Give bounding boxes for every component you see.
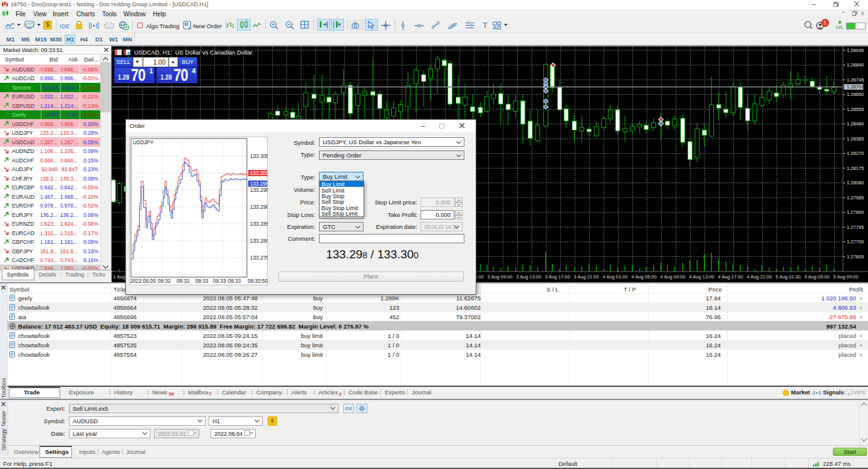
- svg-text:09:33: 09:33: [228, 278, 241, 284]
- svg-text:LVL: LVL: [836, 25, 844, 29]
- svg-text:1.28650: 1.28650: [847, 92, 864, 97]
- svg-text:1.28935: 1.28935: [847, 48, 864, 53]
- svg-text:1.28365: 1.28365: [847, 136, 864, 142]
- svg-text:1.28460: 1.28460: [847, 121, 864, 127]
- svg-text:133.290: 133.290: [250, 204, 268, 210]
- svg-text:3 Aug 21:00: 3 Aug 21:00: [574, 274, 599, 280]
- svg-text:133.280: 133.280: [250, 238, 268, 244]
- svg-text:3 Aug 09:00: 3 Aug 09:00: [488, 274, 513, 280]
- svg-text:09:32: 09:32: [158, 278, 171, 284]
- svg-text:1.28080: 1.28080: [847, 180, 864, 186]
- svg-text:1.28175: 1.28175: [847, 166, 864, 171]
- svg-text:1.28270: 1.28270: [847, 150, 864, 156]
- svg-text:4 Aug 01:00: 4 Aug 01:00: [603, 274, 628, 280]
- svg-text:3 Aug 17:00: 3 Aug 17:00: [545, 274, 570, 280]
- svg-text:133.300: 133.300: [250, 171, 268, 176]
- svg-text:4 Aug 05:00: 4 Aug 05:00: [632, 274, 657, 280]
- svg-text:09:32: 09:32: [177, 278, 190, 284]
- svg-text:133.295: 133.295: [250, 187, 268, 193]
- svg-text:133.305: 133.305: [250, 153, 268, 159]
- svg-text:133.298: 133.298: [250, 181, 268, 187]
- svg-text:1.28840: 1.28840: [847, 62, 864, 68]
- svg-text:1.27605: 1.27605: [847, 254, 864, 260]
- svg-text:5 Aug 09:00: 5 Aug 09:00: [834, 274, 859, 280]
- svg-text:4 Aug 17:00: 4 Aug 17:00: [718, 274, 743, 280]
- svg-text:133.285: 133.285: [250, 221, 268, 227]
- svg-text:1.28555: 1.28555: [847, 107, 864, 112]
- svg-text:2022.08.05: 2022.08.05: [130, 278, 156, 284]
- svg-text:1.27890: 1.27890: [847, 209, 864, 215]
- svg-text:1.27985: 1.27985: [847, 195, 864, 201]
- svg-text:133.275: 133.275: [250, 255, 268, 261]
- svg-text:1.27795: 1.27795: [847, 224, 864, 230]
- svg-text:1.27700: 1.27700: [847, 239, 864, 245]
- svg-text:5 Aug 05:00: 5 Aug 05:00: [805, 274, 830, 280]
- svg-text:09:33: 09:33: [213, 278, 226, 284]
- svg-text:4 Aug 21:00: 4 Aug 21:00: [747, 274, 772, 280]
- svg-text:5 Aug 01:00: 5 Aug 01:00: [776, 274, 801, 280]
- svg-text:1.28701: 1.28701: [847, 84, 864, 90]
- svg-text:4 Aug 13:00: 4 Aug 13:00: [689, 274, 714, 280]
- svg-text:1.28745: 1.28745: [847, 77, 864, 83]
- svg-text:4 Aug 09:00: 4 Aug 09:00: [661, 274, 686, 280]
- svg-text:USDJPY: USDJPY: [133, 139, 154, 145]
- svg-text:3 Aug 13:00: 3 Aug 13:00: [516, 274, 541, 280]
- svg-text:09:33: 09:33: [196, 278, 209, 284]
- svg-text:09:33:50: 09:33:50: [248, 278, 268, 284]
